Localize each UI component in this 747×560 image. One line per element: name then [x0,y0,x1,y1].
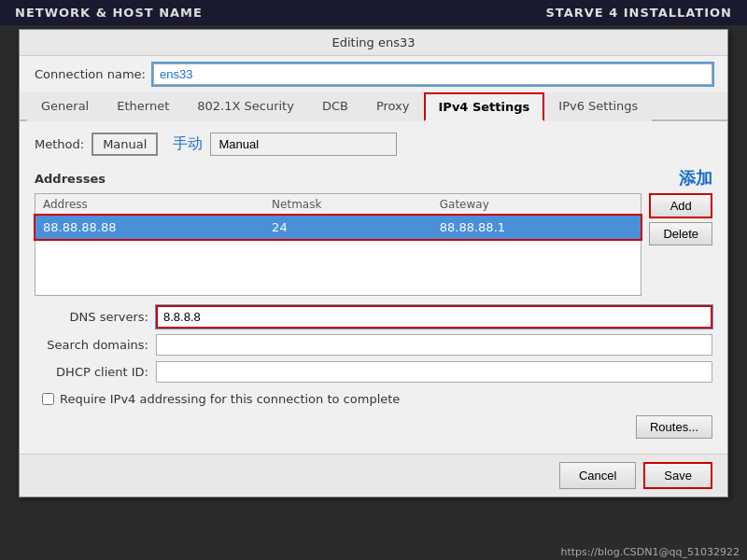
tab-general[interactable]: General [27,92,103,121]
method-box[interactable]: Manual [92,133,158,156]
dialog: Editing ens33 Connection name: General E… [19,29,728,497]
dialog-footer: Cancel Save [20,454,727,497]
method-row: Method: Manual 手动 Manual Automatic (DHCP… [35,133,712,156]
method-select-input[interactable]: Manual Automatic (DHCP) Link-Local Only … [210,133,397,156]
cell-gateway: 88.88.88.1 [432,216,641,240]
cell-netmask: 24 [264,216,432,240]
cell-address: 88.88.88.88 [35,216,264,240]
tab-ipv4-settings[interactable]: IPv4 Settings [424,92,545,121]
dhcp-field: DHCP client ID: [35,361,712,383]
addresses-table: Address Netmask Gateway 88.88.88.88 24 8… [35,194,641,295]
table-empty-row [35,239,641,295]
top-bar-left: NETWORK & HOST NAME [15,6,203,20]
col-address: Address [35,194,264,216]
delete-button[interactable]: Delete [649,222,712,245]
cancel-button[interactable]: Cancel [559,462,636,489]
connection-name-label: Connection name: [35,67,146,81]
col-netmask: Netmask [264,194,432,216]
search-label: Search domains: [35,338,156,352]
dhcp-input[interactable] [156,361,712,383]
addresses-table-container: Address Netmask Gateway 88.88.88.88 24 8… [35,193,641,296]
search-input[interactable] [156,334,712,356]
ipv4-content: Method: Manual 手动 Manual Automatic (DHCP… [20,121,727,454]
add-cn-label: 添加 [679,167,712,189]
ipv4-require-checkbox[interactable] [42,393,54,405]
ipv4-require-checkbox-row: Require IPv4 addressing for this connect… [35,392,712,406]
tab-proxy[interactable]: Proxy [362,92,424,121]
dns-input[interactable] [156,305,712,329]
addresses-title: Addresses [35,172,106,186]
routes-button[interactable]: Routes... [636,415,712,439]
top-bar: NETWORK & HOST NAME STARVE 4 INSTALLATIO… [0,0,747,25]
tab-dcb[interactable]: DCB [308,92,362,121]
addresses-area: Address Netmask Gateway 88.88.88.88 24 8… [35,193,712,296]
dialog-title: Editing ens33 [20,30,727,56]
method-select-area: Manual 手动 Manual Automatic (DHCP) Link-L… [92,133,712,156]
watermark: https://blog.CSDN1@qq_51032922 [561,546,740,558]
search-field: Search domains: [35,334,712,356]
routes-row: Routes... [35,415,712,439]
addresses-section-header: Addresses 添加 [35,167,712,189]
method-label: Method: [35,137,84,151]
top-bar-right: STARVE 4 INSTALLATION [545,6,732,20]
dns-field: DNS servers: [35,305,712,329]
table-row[interactable]: 88.88.88.88 24 88.88.88.1 [35,216,641,240]
method-dropdown-container: Manual Automatic (DHCP) Link-Local Only … [210,133,397,156]
method-cn-label: 手动 [173,134,203,154]
dhcp-label: DHCP client ID: [35,365,156,379]
connection-name-row: Connection name: [20,56,727,92]
tab-ethernet[interactable]: Ethernet [103,92,183,121]
ipv4-require-label: Require IPv4 addressing for this connect… [60,392,400,406]
method-value: Manual [103,137,147,151]
save-button[interactable]: Save [643,462,712,489]
tabs-bar: General Ethernet 802.1X Security DCB Pro… [20,92,727,121]
tab-8021x[interactable]: 802.1X Security [183,92,308,121]
col-gateway: Gateway [432,194,641,216]
add-button[interactable]: Add [649,193,712,218]
tab-ipv6-settings[interactable]: IPv6 Settings [544,92,652,121]
dns-label: DNS servers: [35,310,156,324]
table-buttons: Add Delete [649,193,712,296]
connection-name-input[interactable] [153,63,712,85]
